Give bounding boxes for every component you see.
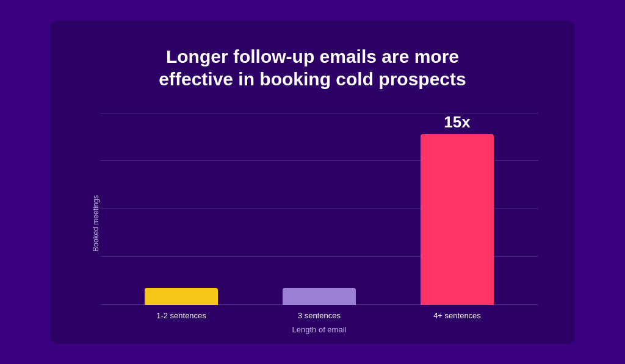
y-axis-label: Booked meetings bbox=[87, 195, 100, 252]
x-label-3: 3 sentences bbox=[280, 311, 359, 320]
x-label-1-2: 1-2 sentences bbox=[142, 311, 221, 320]
x-axis-title: Length of email bbox=[100, 325, 538, 334]
x-axis: 1-2 sentences 3 sentences 4+ sentences bbox=[100, 305, 538, 320]
bars-row: 15x bbox=[100, 113, 538, 305]
bars-container: 15x bbox=[100, 113, 538, 305]
bar-group-4plus: 15x bbox=[417, 113, 497, 305]
chart-area: Booked meetings bbox=[87, 113, 538, 334]
bar-3 bbox=[283, 288, 356, 305]
bar-4plus bbox=[421, 134, 494, 305]
chart-inner: 15x 1-2 sentences 3 sentences 4+ sentenc… bbox=[100, 113, 538, 334]
chart-card: Longer follow-up emails are more effecti… bbox=[50, 21, 575, 344]
bar-1-2 bbox=[145, 288, 218, 305]
bar-4plus-value: 15x bbox=[444, 113, 470, 132]
chart-title: Longer follow-up emails are more effecti… bbox=[159, 45, 466, 91]
bar-group-3 bbox=[280, 288, 359, 305]
x-label-4plus: 4+ sentences bbox=[417, 311, 497, 320]
bar-group-1-2 bbox=[142, 288, 221, 305]
